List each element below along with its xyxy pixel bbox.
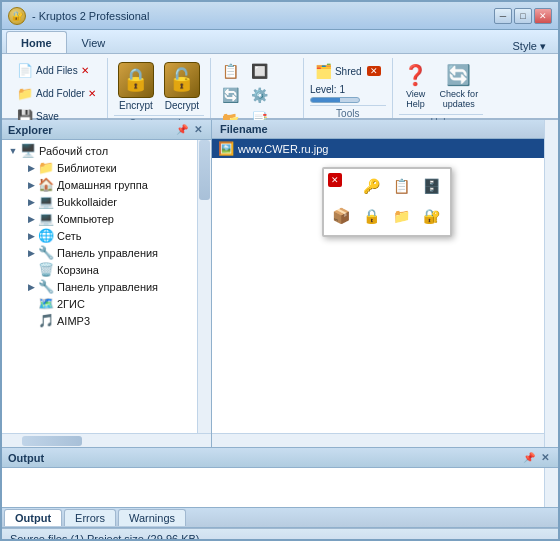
add-files-button[interactable]: 📄 Add Files ✕: [12, 60, 101, 81]
list-item[interactable]: 🗺️ 2ГИС: [2, 295, 211, 312]
controlpanel2-icon: 🔧: [38, 279, 54, 294]
output-panel: Output 📌 ✕: [2, 448, 558, 508]
project-buttons: 📄 Add Files ✕ 📁 Add Folder ✕ 💾 Save: [12, 60, 101, 129]
close-button[interactable]: ✕: [534, 8, 552, 24]
aimp-icon: 🎵: [38, 313, 54, 328]
tree-root[interactable]: ▼ 🖥️ Рабочий стол: [2, 142, 211, 159]
ribbon: 📄 Add Files ✕ 📁 Add Folder ✕ 💾 Save Proj…: [2, 54, 558, 120]
tab-view[interactable]: View: [67, 31, 121, 53]
output-pin-icon[interactable]: 📌: [522, 451, 536, 465]
gis-icon: 🗺️: [38, 296, 54, 311]
file-list: 🖼️ www.CWER.ru.jpg ✕ 🔑 📋 🗄️ 📦 🔒 📁 🔐: [212, 139, 544, 433]
help-buttons: ❓ ViewHelp 🔄 Check forupdates: [399, 60, 484, 114]
mycomputer-icon: 💻: [38, 211, 54, 226]
tab-warnings[interactable]: Warnings: [118, 509, 186, 526]
decrypt-icon: 🔓: [164, 62, 200, 98]
file-hscroll[interactable]: [212, 433, 544, 447]
context-menu: ✕ 🔑 📋 🗄️ 📦 🔒 📁 🔐: [322, 167, 452, 237]
main-area: Explorer 📌 ✕ ▼ 🖥️ Рабочий стол ▶ 📁 Библи…: [2, 120, 558, 448]
ribbon-group-help: ❓ ViewHelp 🔄 Check forupdates Help: [393, 58, 490, 118]
add-folder-button[interactable]: 📁 Add Folder ✕: [12, 83, 101, 104]
tab-errors[interactable]: Errors: [64, 509, 116, 526]
expander-icon: ▶: [24, 178, 38, 192]
view-help-button[interactable]: ❓ ViewHelp: [399, 60, 433, 112]
add-folder-icon: 📁: [17, 86, 33, 101]
titlebar: 🔐 - Kruptos 2 Professional ─ □ ✕: [2, 2, 558, 30]
shred-button[interactable]: 🗂️ Shred ✕: [310, 60, 386, 82]
file-name: www.CWER.ru.jpg: [238, 143, 328, 155]
expander-icon: ▶: [24, 195, 38, 209]
ctx-settings-button[interactable]: 🔐: [418, 203, 444, 229]
explorer-hscroll[interactable]: [2, 433, 211, 447]
shred-icon: 🗂️: [315, 63, 332, 79]
add-folder-x-icon: ✕: [88, 88, 96, 99]
explorer-title: Explorer: [8, 124, 175, 136]
homegroup-icon: 🏠: [38, 177, 54, 192]
explorer-header: Explorer 📌 ✕: [2, 120, 211, 140]
tools-buttons: 🗂️ Shred ✕ Level: 1: [310, 60, 386, 105]
output-close-icon[interactable]: ✕: [538, 451, 552, 465]
output-vscroll[interactable]: [544, 468, 558, 507]
decrypt-button[interactable]: 🔓 Decrypt: [160, 60, 204, 113]
list-item[interactable]: ▶ 💻 Bukkollaider: [2, 193, 211, 210]
output-content: [2, 468, 558, 507]
properties-button[interactable]: ⚙️: [246, 84, 273, 106]
maximize-button[interactable]: □: [514, 8, 532, 24]
ctx-folder-button[interactable]: 📁: [388, 203, 414, 229]
trash-icon: 🗑️: [38, 262, 54, 277]
ctx-archive-button[interactable]: 🗄️: [418, 173, 444, 199]
expander-icon: [24, 263, 38, 277]
encrypt-button[interactable]: 🔒 Encrypt: [114, 60, 158, 113]
level-slider[interactable]: [310, 97, 360, 103]
ribbon-group-tools: 🗂️ Shred ✕ Level: 1 Tools: [304, 58, 393, 118]
list-item[interactable]: ▶ 🏠 Домашняя группа: [2, 176, 211, 193]
list-item[interactable]: ▶ 🔧 Панель управления: [2, 278, 211, 295]
ctx-key-button[interactable]: 🔑: [358, 173, 384, 199]
expander-icon: [24, 314, 38, 328]
list-item[interactable]: 🗑️ Корзина: [2, 261, 211, 278]
expander-icon: ▶: [24, 212, 38, 226]
check-updates-button[interactable]: 🔄 Check forupdates: [435, 60, 484, 112]
list-item[interactable]: ▶ 💻 Компьютер: [2, 210, 211, 227]
expander-icon: ▶: [24, 280, 38, 294]
add-files-x-icon: ✕: [81, 65, 89, 76]
style-dropdown[interactable]: Style ▾: [512, 40, 554, 53]
expander-icon: ▶: [24, 161, 38, 175]
ctx-lock-button[interactable]: 🔒: [358, 203, 384, 229]
expander-icon: ▼: [6, 144, 20, 158]
explorer-pin-icon[interactable]: 📌: [175, 123, 189, 137]
list-item[interactable]: 🎵 AIMP3: [2, 312, 211, 329]
file-row[interactable]: 🖼️ www.CWER.ru.jpg: [212, 139, 544, 158]
list-item[interactable]: ▶ 🌐 Сеть: [2, 227, 211, 244]
tree-scrollbar[interactable]: [197, 140, 211, 433]
tab-output[interactable]: Output: [4, 509, 62, 526]
output-header: Output 📌 ✕: [2, 448, 558, 468]
window-title: - Kruptos 2 Professional: [32, 10, 494, 22]
tab-home[interactable]: Home: [6, 31, 67, 53]
app-icon: 🔐: [8, 7, 26, 25]
ctx-copy-button[interactable]: 📋: [388, 173, 414, 199]
explorer-hscroll-thumb: [22, 436, 82, 446]
list-item[interactable]: ▶ 🔧 Панель управления: [2, 244, 211, 261]
tree-scroll-thumb: [199, 140, 210, 200]
desktop-icon: 🖥️: [20, 143, 36, 158]
decrypt-label: Decrypt: [165, 100, 199, 111]
select-none-button[interactable]: 🔲: [246, 60, 273, 82]
status-tab-bar: Output Errors Warnings: [2, 508, 558, 528]
file-vscroll[interactable]: [544, 120, 558, 447]
invert-button[interactable]: 🔄: [217, 84, 244, 106]
ribbon-tab-bar: Home View Style ▾: [2, 30, 558, 54]
ctx-box-button[interactable]: 📦: [328, 203, 354, 229]
explorer-close-icon[interactable]: ✕: [191, 123, 205, 137]
controlpanel-icon: 🔧: [38, 245, 54, 260]
tools-label: Tools: [310, 105, 386, 121]
context-close-button[interactable]: ✕: [328, 173, 342, 187]
computer-icon: 💻: [38, 194, 54, 209]
expander-icon: [24, 297, 38, 311]
add-files-icon: 📄: [17, 63, 33, 78]
ribbon-group-project: 📄 Add Files ✕ 📁 Add Folder ✕ 💾 Save Proj…: [6, 58, 108, 118]
explorer-panel: Explorer 📌 ✕ ▼ 🖥️ Рабочий стол ▶ 📁 Библи…: [2, 120, 212, 447]
minimize-button[interactable]: ─: [494, 8, 512, 24]
list-item[interactable]: ▶ 📁 Библиотеки: [2, 159, 211, 176]
select-all-button[interactable]: 📋: [217, 60, 244, 82]
